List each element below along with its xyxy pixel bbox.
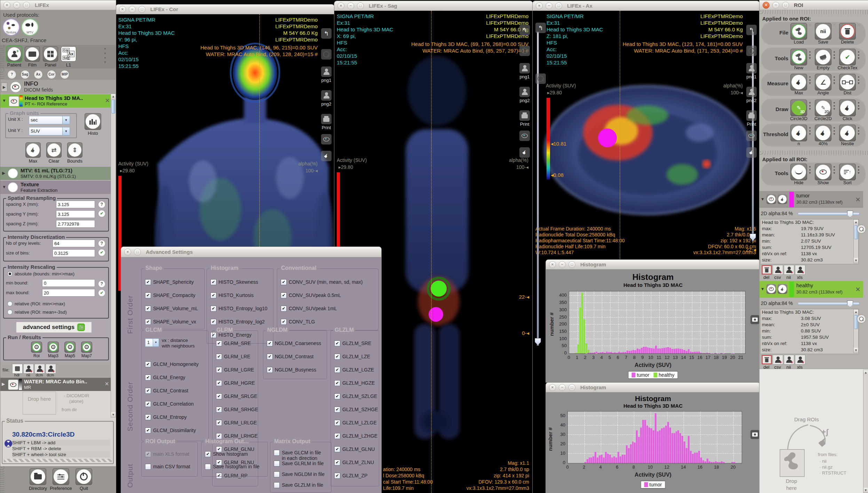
slider-handle[interactable] [847,211,853,217]
colorbar[interactable] [547,98,550,180]
checkbox-box[interactable]: ✔ [216,407,222,413]
close-icon[interactable]: × [536,2,543,9]
checkbox-box[interactable]: ✔ [145,414,151,420]
expand-arrow-icon[interactable]: ▶ [1,83,7,92]
radio-absolute[interactable] [7,271,13,276]
roi-csv-button[interactable]: ▼ [773,265,783,275]
roi-header-healthy[interactable]: ▼☛healthy30.82 cm3 (1138vx ref)× [759,281,863,298]
png1-button[interactable] [321,66,332,77]
checkbox-box[interactable]: ✔ [334,473,340,479]
maximize-icon[interactable]: □ [138,6,145,13]
roi-button-angle[interactable]: ∠ [815,74,831,91]
roi-button-hide[interactable] [790,164,807,180]
run-roi-button[interactable]: ⚙ [31,342,42,353]
checkbox-box[interactable]: ✔ [267,341,273,346]
checkbox-glrm-srhge[interactable]: ✔GLRM_SRHGE [216,407,258,413]
checkbox-box[interactable]: ✔ [334,420,340,426]
mtv-section[interactable]: ▶ MTV: 61 mL (TLG:71) SMTV: 0.9 mL/Kg (S… [0,167,112,180]
series-header[interactable]: ▼ Head to Thighs 3D MA.. PT <- ROI Refer… [0,94,112,108]
scroll-down-icon[interactable]: ▼ [854,348,858,353]
chevron-down-icon[interactable]: ●●▼ [808,126,812,136]
checkbox-box[interactable]: ✔ [216,367,222,373]
slider-handle[interactable] [847,300,853,307]
print-button[interactable] [519,110,530,121]
overlay-eye-button[interactable] [746,131,757,141]
print-button[interactable] [746,110,757,121]
maximize-icon[interactable]: □ [568,384,575,391]
glcm-distance-select[interactable]: 1▼ [145,338,159,347]
checkbox-box[interactable]: ✔ [145,401,151,407]
minimize-icon[interactable]: − [347,2,354,9]
minimize-icon[interactable]: − [559,261,566,268]
chevron-down-icon[interactable]: ●●▼ [832,126,836,136]
back-arrow-icon[interactable]: ↰ [321,28,332,39]
radio-relative-mean3sd[interactable] [7,310,13,315]
apply-check-icon[interactable]: ✔ [98,289,105,297]
checkbox-glzlm-lgze[interactable]: ✔GLZLM_LGZE [334,367,374,373]
checkbox-box[interactable]: ✔ [210,319,216,325]
roi-button-circle3d[interactable]: ✎3D [790,100,807,116]
checkbox-box[interactable]: ✔ [210,292,216,298]
protocol-mtv-button[interactable]: MTV [22,19,38,35]
alpha-slider[interactable] [798,302,860,305]
field-input[interactable] [42,279,95,287]
checkbox-glzlm-zlnu[interactable]: ✔GLZLM_ZLNU [334,460,374,465]
chevron-down-icon[interactable]: ●●▼ [832,76,836,85]
checkbox-box[interactable]: ✔ [334,354,340,360]
help-icon[interactable]: ? [98,201,105,208]
checkbox-glrm-lre[interactable]: ✔GLRM_LRE [216,354,250,360]
checkbox-box[interactable]: ✔ [216,380,222,386]
quit-button[interactable] [75,468,92,485]
collapse-arrow-icon[interactable]: ▼ [2,98,6,103]
select-hand-button[interactable]: ☛ [778,194,787,204]
run-map7-button[interactable]: ⚙ [81,342,92,353]
roi-button-show[interactable] [815,164,831,180]
checkbox-box[interactable]: ✔ [267,367,273,373]
checkbox-box[interactable]: ✔ [145,319,151,325]
maximize-icon[interactable]: □ [134,249,141,256]
drop-zone[interactable]: Drop here [23,392,56,415]
checkbox-save-glzlm-in-file[interactable]: Save GLZLM in file [274,482,323,488]
roi-nii-button[interactable]: ▼ [784,355,794,365]
checkbox-box[interactable]: ✔ [216,420,222,426]
chevron-down-icon[interactable]: ●●▼ [857,76,861,85]
zoom-1to1-icon[interactable] [519,46,530,56]
chevron-down-icon[interactable]: ●●▼ [857,50,861,60]
histo-button[interactable] [85,113,101,130]
chevron-down-icon[interactable]: ●●▼ [808,165,812,175]
view-button-cor[interactable]: Cor [47,70,56,79]
checkbox-conv-suvpeak-1ml[interactable]: ✔CONV_SUVpeak 1mL [281,306,337,312]
checkbox-glcm-contrast[interactable]: ✔GLCM_Contrast [145,388,188,394]
checkbox-ngldm-busyness[interactable]: ✔NGLDM_Busyness [267,367,316,373]
checkbox-box[interactable] [274,471,280,477]
titlebar-advanced-settings[interactable]: × □ Advanced Settings [121,247,381,257]
close-icon[interactable]: × [3,2,10,9]
checkbox-box[interactable]: ✔ [334,446,340,452]
checkbox-glzlm-lzhge[interactable]: ✔GLZLM_LZHGE [334,433,377,439]
zoom-1to1-icon[interactable] [321,49,332,60]
back-arrow-icon[interactable]: ↰ [519,25,530,35]
close-icon[interactable]: × [119,6,126,13]
roi-button-dist[interactable] [839,74,856,91]
roi-button-max[interactable]: ☛ [790,74,807,91]
window-level-button[interactable]: ☛ [321,151,332,161]
checkbox-box[interactable]: ✔ [210,279,216,285]
checkbox-box[interactable]: ✔ [145,292,151,298]
close-icon[interactable]: × [549,261,556,268]
field-input[interactable] [42,289,95,297]
roi-nii-button[interactable]: ▼ [784,265,794,275]
advanced-settings-button[interactable]: advanced settings [16,322,91,332]
help-icon[interactable]: ? [98,240,105,247]
maximize-icon[interactable]: □ [555,2,562,9]
checkbox-box[interactable]: ✔ [216,393,222,399]
checkbox-box[interactable]: ✔ [145,428,151,433]
checkbox-ngldm-contrast[interactable]: ✔NGLDM_Contrast [267,354,313,360]
eye-button[interactable] [766,194,776,204]
close-icon[interactable]: × [763,2,770,9]
titlebar-histogram[interactable]: ×−□Histogram [546,383,760,392]
roi-button-click[interactable]: ☛ [839,100,856,116]
panel-button[interactable] [43,46,58,62]
run-map3-button[interactable]: ⚙ [48,342,59,353]
titlebar-sag[interactable]: × − □ LIFEx - Sag [334,1,533,11]
water-series-header[interactable]: ▶ WATER: MRAC Auto Bin.. MR × [0,378,112,391]
